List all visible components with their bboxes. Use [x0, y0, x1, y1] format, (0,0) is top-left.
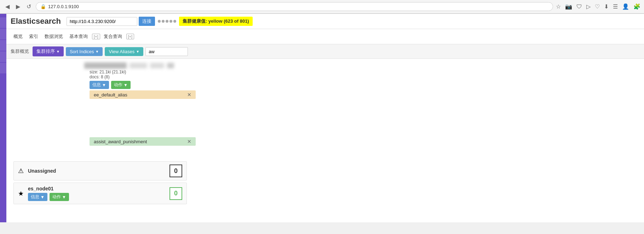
es-node01-row: ★ es_node01 信息 ▼ 动作 ▼: [13, 183, 187, 204]
secure-icon: 🔒: [40, 4, 46, 9]
unassigned-label: Unassigned: [28, 168, 165, 174]
assist-award-close-button[interactable]: ✕: [187, 139, 191, 144]
cluster-sort-label: 集群排序: [36, 48, 55, 55]
url-text: 127.0.0.1:9100: [48, 4, 548, 9]
user-icon[interactable]: 👤: [622, 3, 629, 10]
index-docs-text: docs: 8 (8): [90, 74, 637, 79]
nav-overview[interactable]: 概览: [11, 32, 25, 41]
nav-basic-plus[interactable]: [+]: [92, 34, 100, 39]
index-extra-blur-1: [130, 63, 147, 68]
menu-icon[interactable]: ☰: [613, 3, 618, 10]
connection-dots: [158, 20, 176, 23]
heart-icon[interactable]: ♡: [595, 3, 600, 10]
sort-indices-button[interactable]: Sort Indices ▼: [66, 47, 103, 56]
index-actions: 信息 ▼ 动作 ▼: [90, 81, 637, 89]
nav-index[interactable]: 索引: [26, 32, 41, 41]
page-header: Elasticsearch 连接 集群健康值: yellow (623 of 8…: [6, 14, 644, 29]
back-button[interactable]: ◀: [4, 2, 11, 11]
index-extra-blur-3: [167, 63, 174, 68]
view-aliases-label: View Aliases: [109, 49, 134, 54]
node-info-label: 信息: [31, 194, 39, 200]
page-title: Elasticsearch: [11, 17, 61, 26]
node-name-label: es_node01: [28, 186, 165, 191]
index-area: size: 21.1ki (21.1ki) docs: 8 (8) 信息 ▼ 动…: [6, 59, 644, 151]
sort-indices-label: Sort Indices: [70, 49, 94, 54]
info-button[interactable]: 信息 ▼: [90, 81, 109, 89]
alias-name-text: ee_default_alias: [94, 92, 127, 98]
nav-basic-query[interactable]: 基本查询: [67, 32, 91, 41]
es-node01-section: ★ es_node01 信息 ▼ 动作 ▼: [13, 183, 637, 206]
node-action-button[interactable]: 动作 ▼: [50, 193, 69, 201]
unassigned-node-row: ⚠ Unassigned 0: [13, 161, 187, 180]
warning-icon: ⚠: [18, 167, 24, 175]
nav-compound-query[interactable]: 复合查询: [101, 32, 125, 41]
unassigned-count: 0: [174, 167, 178, 175]
action-label: 动作: [114, 82, 122, 88]
shield-icon[interactable]: 🛡: [576, 4, 582, 10]
forward-button[interactable]: ▶: [14, 2, 22, 11]
refresh-button[interactable]: ↺: [25, 2, 33, 11]
download-icon[interactable]: ⬇: [604, 3, 609, 10]
dot-1: [158, 20, 161, 23]
alias-tag-ee: ee_default_alias ✕: [90, 90, 196, 99]
index-extra-blur-2: [150, 63, 164, 68]
node-info-button[interactable]: 信息 ▼: [28, 193, 47, 201]
assist-award-tag: assist_award_punishment ✕: [90, 137, 196, 146]
health-badge: 集群健康值: yellow (623 of 801): [179, 17, 253, 26]
node-badges: 信息 ▼ 动作 ▼: [28, 193, 165, 201]
connect-button[interactable]: 连接: [139, 17, 155, 26]
action-button[interactable]: 动作 ▼: [111, 81, 131, 89]
top-nav: 概览 索引 数据浏览 基本查询 [+] 复合查询 [+]: [6, 29, 644, 44]
dot-3: [166, 20, 168, 23]
sidebar-item-2[interactable]: [0, 29, 6, 39]
url-bar[interactable]: 🔒 127.0.0.1:9100: [36, 2, 553, 11]
info-arrow: ▼: [102, 83, 106, 88]
info-label: 信息: [92, 82, 101, 88]
cluster-overview-label: 集群概览: [11, 48, 29, 55]
sidebar: [0, 14, 6, 222]
dot-4: [169, 20, 172, 23]
camera-icon[interactable]: 📷: [565, 3, 572, 10]
cluster-sort-arrow: ▼: [56, 50, 60, 54]
node-info-arrow: ▼: [40, 195, 45, 200]
sidebar-item-5[interactable]: [0, 63, 6, 73]
view-aliases-arrow: ▼: [136, 50, 139, 54]
dot-2: [162, 20, 165, 23]
nav-compound-plus[interactable]: [+]: [126, 34, 134, 39]
play-icon[interactable]: ▷: [586, 3, 591, 10]
node-count-box: 0: [169, 187, 182, 200]
index-name-blur: [84, 62, 127, 69]
main-content: Elasticsearch 连接 集群健康值: yellow (623 of 8…: [6, 14, 644, 222]
url-input[interactable]: [67, 17, 137, 26]
alias-close-button[interactable]: ✕: [187, 92, 191, 98]
search-input[interactable]: [145, 47, 188, 56]
node-action-label: 动作: [52, 194, 61, 200]
assist-award-text: assist_award_punishment: [94, 139, 147, 144]
node-count: 0: [174, 190, 178, 197]
nodes-section: ⚠ Unassigned 0 ★ es_node01 信息 ▼: [6, 158, 644, 210]
sidebar-item-1[interactable]: [0, 17, 6, 28]
sort-indices-arrow: ▼: [96, 50, 99, 54]
toolbar: 集群概览 集群排序 ▼ Sort Indices ▼ View Aliases …: [6, 44, 644, 59]
star-icon: ★: [18, 190, 24, 197]
nav-data-browse[interactable]: 数据浏览: [42, 32, 66, 41]
cluster-sort-button[interactable]: 集群排序 ▼: [33, 46, 64, 56]
sidebar-item-3[interactable]: [0, 40, 6, 51]
index-size-text: size: 21.1ki (21.1ki): [90, 69, 637, 74]
view-aliases-button[interactable]: View Aliases ▼: [105, 47, 143, 56]
dot-5: [173, 20, 176, 23]
action-arrow: ▼: [123, 83, 128, 88]
extension-icon[interactable]: 🧩: [633, 3, 640, 10]
unassigned-count-box: 0: [169, 165, 182, 177]
node-action-arrow: ▼: [62, 195, 66, 200]
bookmark-icon[interactable]: ☆: [556, 3, 561, 10]
sidebar-item-4[interactable]: [0, 51, 6, 62]
